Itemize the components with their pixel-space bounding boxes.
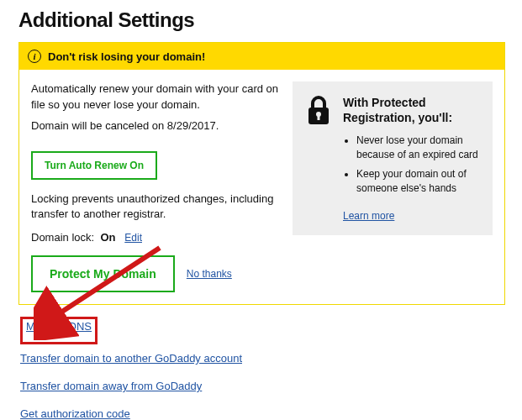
protect-row: Protect My Domain No thanks <box>31 255 281 292</box>
protected-registration-box: With Protected Registration, you'll: Nev… <box>293 81 493 235</box>
cancel-date-text: Domain will be canceled on 8/29/2017. <box>31 118 281 134</box>
svg-rect-2 <box>318 115 320 120</box>
edit-domain-lock-link[interactable]: Edit <box>124 232 142 244</box>
panel-body: Automatically renew your domain with you… <box>19 70 504 304</box>
sidebox-bullet: Keep your domain out of someone else's h… <box>356 167 479 196</box>
highlight-annotation: Manage DNS <box>20 317 98 344</box>
transfer-to-account-link[interactable]: Transfer domain to another GoDaddy accou… <box>20 353 242 364</box>
sidebox-heading: With Protected Registration, you'll: <box>343 95 479 125</box>
no-thanks-link[interactable]: No thanks <box>187 268 232 280</box>
get-authorization-code-link[interactable]: Get authorization code <box>20 408 130 419</box>
protect-my-domain-button[interactable]: Protect My Domain <box>31 255 175 292</box>
manage-dns-link[interactable]: Manage DNS <box>26 321 92 332</box>
additional-links: Manage DNS Transfer domain to another Go… <box>20 317 505 420</box>
lock-icon <box>306 95 331 129</box>
domain-lock-label: Domain lock: <box>31 231 94 244</box>
alert-bar: i Don't risk losing your domain! <box>19 43 504 70</box>
alert-text: Don't risk losing your domain! <box>48 50 205 63</box>
sidebox-bullet: Never lose your domain because of an exp… <box>356 134 479 162</box>
turn-auto-renew-on-button[interactable]: Turn Auto Renew On <box>31 151 157 180</box>
domain-lock-status: On <box>100 231 115 244</box>
learn-more-link[interactable]: Learn more <box>343 210 394 222</box>
autorenew-description: Automatically renew your domain with you… <box>31 81 281 113</box>
page-title: Additional Settings <box>18 8 505 32</box>
sidebox-bullet-list: Never lose your domain because of an exp… <box>343 134 479 195</box>
locking-description: Locking prevents unauthorized changes, i… <box>31 192 281 223</box>
settings-panel: i Don't risk losing your domain! Automat… <box>18 42 505 305</box>
domain-lock-row: Domain lock: On Edit <box>31 231 281 244</box>
info-icon: i <box>28 50 41 63</box>
transfer-away-link[interactable]: Transfer domain away from GoDaddy <box>20 381 202 391</box>
left-column: Automatically renew your domain with you… <box>31 81 281 292</box>
